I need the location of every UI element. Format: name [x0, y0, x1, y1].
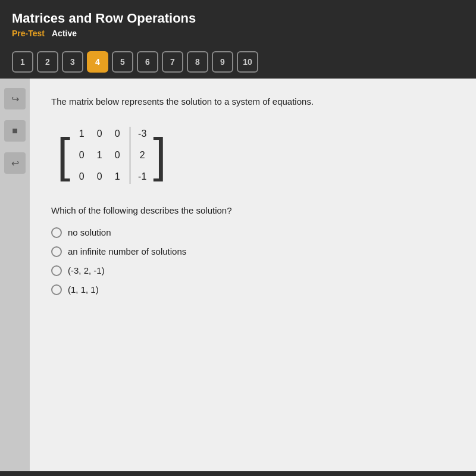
nav-btn-7[interactable]: 7	[162, 51, 183, 73]
radio-a[interactable]	[51, 227, 62, 238]
subtitle-row: Pre-Test Active	[12, 29, 464, 38]
answer-options: no solution an infinite number of soluti…	[51, 227, 455, 295]
matrix-left-columns: 1 0 0 0 1 0 0 0 1	[73, 123, 126, 187]
nav-btn-1[interactable]: 1	[12, 51, 33, 73]
active-label: Active	[52, 29, 77, 38]
question-navigation: 12345678910	[0, 51, 476, 79]
cell-r2-aug: 2	[134, 150, 151, 161]
nav-btn-9[interactable]: 9	[212, 51, 233, 73]
cell-r1-aug: -3	[134, 129, 151, 139]
radio-d[interactable]	[51, 284, 62, 295]
cell-r3-aug: -1	[134, 171, 151, 182]
cell-r2c1: 0	[73, 150, 90, 161]
matrix-bracket-right: ]	[153, 131, 166, 179]
cell-r2c3: 0	[108, 150, 126, 161]
solution-prompt: Which of the following describes the sol…	[51, 205, 455, 215]
matrix-bracket-left: [	[57, 131, 70, 179]
matrix-display: [ 1 0 0 0 1 0 0 0 1 -3 2 -1	[57, 123, 455, 187]
pre-test-label: Pre-Test	[12, 29, 45, 38]
cell-r1c3: 0	[108, 129, 126, 139]
option-b-label: an infinite number of solutions	[68, 246, 186, 256]
option-triple-1[interactable]: (-3, 2, -1)	[51, 265, 455, 276]
cell-r2c2: 1	[90, 150, 108, 161]
nav-btn-4[interactable]: 4	[87, 51, 108, 73]
radio-c[interactable]	[51, 265, 62, 276]
question-description: The matrix below represents the solution…	[51, 95, 455, 109]
option-triple-2[interactable]: (1, 1, 1)	[51, 284, 455, 295]
nav-btn-5[interactable]: 5	[112, 51, 133, 73]
sidebar-icon-back[interactable]: ↩	[4, 152, 26, 174]
sidebar-icon-pointer[interactable]: ↪	[4, 88, 26, 109]
sidebar: ↪ ■ ↩	[0, 79, 30, 471]
matrix-inner: 1 0 0 0 1 0 0 0 1 -3 2 -1	[73, 123, 151, 187]
option-d-label: (1, 1, 1)	[68, 284, 99, 295]
cell-r1c1: 1	[73, 129, 90, 139]
page-title: Matrices and Row Operations	[12, 11, 464, 26]
cell-r3c3: 1	[108, 171, 126, 182]
option-a-label: no solution	[68, 227, 111, 237]
option-no-solution[interactable]: no solution	[51, 227, 455, 238]
option-infinite[interactable]: an infinite number of solutions	[51, 246, 455, 257]
sidebar-icon-calculator[interactable]: ■	[4, 120, 26, 142]
nav-btn-2[interactable]: 2	[37, 51, 58, 73]
header: Matrices and Row Operations Pre-Test Act…	[0, 0, 476, 51]
cell-r3c1: 0	[73, 171, 90, 182]
nav-btn-3[interactable]: 3	[62, 51, 83, 73]
main-content: The matrix below represents the solution…	[30, 79, 476, 471]
option-c-label: (-3, 2, -1)	[68, 265, 105, 275]
nav-btn-6[interactable]: 6	[137, 51, 158, 73]
matrix-vertical-divider	[130, 127, 130, 184]
radio-b[interactable]	[51, 246, 62, 257]
nav-btn-10[interactable]: 10	[237, 51, 258, 73]
matrix-right-column: -3 2 -1	[134, 123, 151, 187]
nav-btn-8[interactable]: 8	[187, 51, 208, 73]
cell-r3c2: 0	[90, 171, 108, 182]
cell-r1c2: 0	[90, 129, 108, 139]
